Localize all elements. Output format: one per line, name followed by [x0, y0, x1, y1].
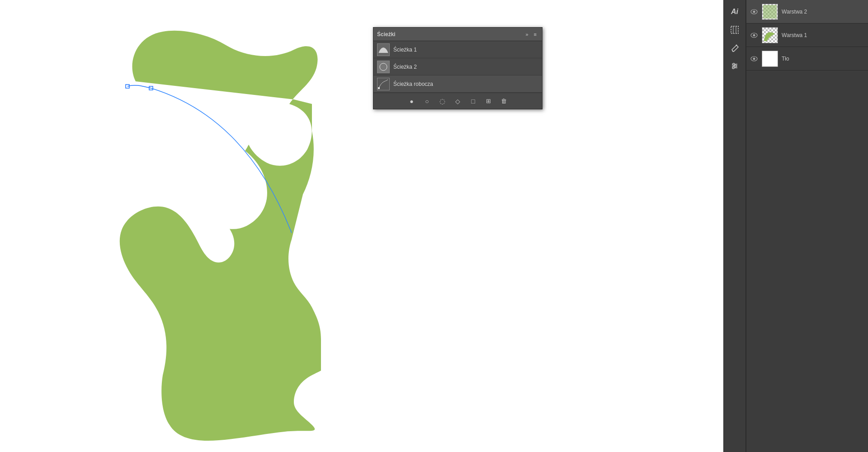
adjust-tool[interactable] [726, 58, 743, 74]
svg-point-9 [736, 45, 737, 46]
paths-collapse-btn[interactable]: » [524, 31, 530, 38]
svg-point-14 [735, 65, 736, 67]
path-label-1: Ścieżka 1 [393, 47, 538, 53]
path-delete-icon[interactable]: 🗑 [499, 96, 509, 106]
path-thumbnail-1 [377, 43, 390, 56]
layer-thumbnail-tlo [762, 51, 778, 67]
paths-panel-title: Ścieżki [377, 31, 396, 38]
path-fill-circle-icon[interactable]: ● [407, 96, 417, 106]
path-thumbnail-robocza [377, 78, 390, 90]
canvas-area[interactable]: Ścieżki » ≡ Ścieżka 1 [0, 0, 723, 452]
layer-thumbnail-warstwa1 [762, 27, 778, 43]
layer-label-tlo: Tło [782, 56, 864, 62]
svg-rect-4 [731, 26, 738, 33]
paths-panel-footer: ● ○ ◌ ◇ □ ⊞ 🗑 [373, 93, 542, 109]
path-dashed-circle-icon[interactable]: ◌ [438, 96, 448, 106]
paths-menu-btn[interactable]: ≡ [532, 31, 538, 38]
layer-item-warstwa2[interactable]: Warstwa 2 [746, 0, 868, 24]
ai-text-icon: Ai [726, 4, 743, 20]
layer-visibility-warstwa1[interactable] [750, 31, 758, 39]
layer-label-warstwa2: Warstwa 2 [782, 9, 864, 15]
path-item-sciezka2[interactable]: Ścieżka 2 [373, 58, 542, 75]
path-label-2: Ścieżka 2 [393, 64, 538, 70]
paths-panel-header: Ścieżki » ≡ [373, 28, 542, 41]
layer-thumbnail-warstwa2 [762, 4, 778, 20]
ai-label: Ai [731, 8, 738, 16]
path-item-robocza[interactable]: Ścieżka robocza [373, 75, 542, 93]
path-item-sciezka1[interactable]: Ścieżka 1 [373, 41, 542, 58]
paths-panel-controls: » ≡ [524, 31, 538, 38]
canvas-svg [0, 0, 723, 452]
svg-point-2 [380, 63, 387, 71]
svg-rect-3 [378, 87, 380, 89]
path-square-icon[interactable]: □ [468, 96, 478, 106]
svg-point-19 [753, 34, 755, 36]
path-stroke-circle-icon[interactable]: ○ [422, 96, 432, 106]
tools-strip: Ai [723, 0, 746, 452]
layer-item-tlo[interactable]: Tło [746, 47, 868, 71]
path-label-robocza: Ścieżka robocza [393, 81, 538, 87]
layer-visibility-warstwa2[interactable] [750, 8, 758, 16]
selection-tool[interactable] [726, 22, 743, 38]
svg-point-13 [733, 63, 735, 65]
pen-tool[interactable] [726, 40, 743, 56]
path-diamond-icon[interactable]: ◇ [453, 96, 463, 106]
layer-label-warstwa1: Warstwa 1 [782, 32, 864, 38]
svg-point-21 [753, 57, 755, 60]
paths-panel: Ścieżki » ≡ Ścieżka 1 [373, 27, 542, 109]
svg-point-15 [732, 67, 734, 69]
svg-point-17 [753, 10, 755, 13]
right-sidebar: Warstwa 2 Warstwa 1 [746, 0, 868, 452]
app-container: Ścieżki » ≡ Ścieżka 1 [0, 0, 868, 452]
layer-item-warstwa1[interactable]: Warstwa 1 [746, 24, 868, 47]
layer-visibility-tlo[interactable] [750, 55, 758, 63]
path-duplicate-icon[interactable]: ⊞ [484, 96, 494, 106]
path-thumbnail-2 [377, 61, 390, 73]
